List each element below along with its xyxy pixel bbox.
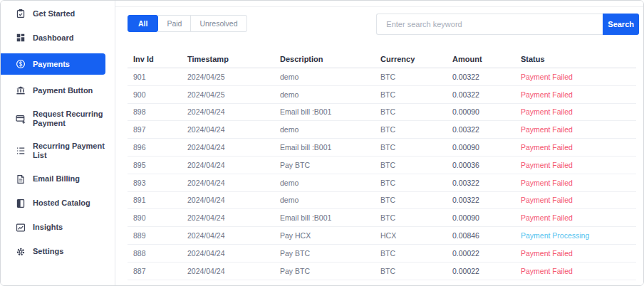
coin-dollar-icon — [16, 59, 26, 69]
cell-amount: 0.00090 — [447, 143, 515, 152]
table-row[interactable]: 8952024/04/24Pay BTCBTC0.00036Payment Fa… — [128, 157, 636, 174]
cell-currency: BTC — [375, 125, 447, 134]
cell-currency: BTC — [375, 90, 447, 99]
gear-icon — [16, 247, 26, 257]
sidebar-item-label: Payments — [33, 60, 70, 69]
cell-timestamp: 2024/04/24 — [182, 249, 274, 258]
table-row[interactable]: 9002024/04/25demoBTC0.00322Payment Faile… — [128, 86, 636, 104]
table-body: 9012024/04/25demoBTC0.00322Payment Faile… — [128, 68, 636, 280]
cell-inv-id: 897 — [128, 125, 182, 134]
table-row[interactable]: 8872024/04/24Pay BTCBTC0.00022Payment Fa… — [128, 263, 636, 280]
sidebar-item-label: Hosted Catalog — [33, 198, 90, 208]
cell-status: Payment Failed — [515, 161, 636, 169]
search-input[interactable] — [376, 14, 603, 35]
table-row[interactable]: 8932024/04/24demoBTC0.00322Payment Faile… — [128, 174, 636, 192]
payments-page: Get StartedDashboardPaymentsPayment Butt… — [0, 0, 644, 286]
sidebar-item-recurring-payment-list[interactable]: Recurring Payment List — [1, 138, 115, 163]
filter-tab-unresolved[interactable]: Unresolved — [191, 15, 246, 32]
filter-tab-all[interactable]: All — [128, 15, 158, 32]
cell-inv-id: 896 — [128, 143, 182, 152]
sidebar-item-label: Recurring Payment List — [33, 142, 109, 159]
sidebar-item-insights[interactable]: Insights — [1, 219, 115, 236]
cell-amount: 0.00846 — [447, 231, 515, 240]
main-content: AllPaidUnresolved Search Inv IdTimestamp… — [115, 1, 643, 285]
sidebar-item-payments[interactable]: Payments — [1, 53, 105, 75]
sidebar-item-hosted-catalog[interactable]: Hosted Catalog — [1, 195, 115, 212]
cell-currency: BTC — [375, 73, 447, 81]
table-row[interactable]: 8902024/04/24Email bill :B001BTC0.00090P… — [128, 209, 636, 227]
cell-inv-id: 889 — [128, 231, 182, 240]
cell-amount: 0.00022 — [447, 267, 515, 275]
cell-description: demo — [274, 125, 375, 134]
cell-inv-id: 901 — [128, 73, 182, 81]
cell-status: Payment Failed — [515, 73, 636, 81]
table-row[interactable]: 8912024/04/24demoBTC0.00322Payment Faile… — [128, 192, 636, 210]
cell-timestamp: 2024/04/24 — [182, 107, 274, 116]
column-header-timestamp: Timestamp — [182, 55, 274, 63]
cell-timestamp: 2024/04/24 — [182, 267, 274, 275]
sidebar-item-email-billing[interactable]: Email Billing — [1, 171, 115, 188]
cell-status: Payment Failed — [515, 179, 636, 187]
cell-status: Payment Failed — [515, 213, 636, 222]
clipboard-icon — [16, 9, 26, 18]
cell-currency: BTC — [375, 179, 447, 187]
column-header-status: Status — [515, 55, 636, 63]
cell-currency: BTC — [375, 143, 447, 152]
sidebar-item-label: Get Started — [33, 9, 75, 18]
cell-description: Pay BTC — [274, 161, 375, 169]
column-header-description: Description — [274, 55, 375, 63]
cell-amount: 0.00036 — [447, 161, 515, 169]
cell-inv-id: 888 — [128, 249, 182, 258]
cell-amount: 0.00022 — [447, 249, 515, 258]
cell-amount: 0.00322 — [447, 125, 515, 134]
cell-timestamp: 2024/04/25 — [182, 73, 274, 81]
sidebar-item-request-recurring-payment[interactable]: Request Recurring Payment — [1, 106, 115, 131]
table-row[interactable]: 9012024/04/25demoBTC0.00322Payment Faile… — [128, 68, 636, 86]
table-row[interactable]: 8892024/04/24Pay HCXHCX0.00846Payment Pr… — [128, 227, 636, 245]
cell-inv-id: 900 — [128, 90, 182, 99]
sidebar-item-label: Request Recurring Payment — [33, 110, 109, 127]
cell-amount: 0.00322 — [447, 90, 515, 99]
cell-timestamp: 2024/04/25 — [182, 90, 274, 99]
cell-status: Payment Failed — [515, 143, 636, 152]
cell-timestamp: 2024/04/24 — [182, 196, 274, 204]
table-row[interactable]: 8982024/04/24Email bill :B001BTC0.00090P… — [128, 104, 636, 122]
cell-currency: BTC — [375, 267, 447, 275]
column-header-currency: Currency — [375, 55, 447, 63]
table-row[interactable]: 8882024/04/24Pay BTCBTC0.00022Payment Fa… — [128, 245, 636, 263]
sidebar-nav: Get StartedDashboardPaymentsPayment Butt… — [1, 1, 115, 260]
cell-currency: BTC — [375, 161, 447, 169]
sidebar-item-label: Payment Button — [33, 86, 93, 95]
dashboard-icon — [16, 33, 26, 43]
cell-timestamp: 2024/04/24 — [182, 143, 274, 152]
sidebar-item-payment-button[interactable]: Payment Button — [1, 82, 115, 99]
cell-inv-id: 893 — [128, 179, 182, 187]
cell-currency: BTC — [375, 249, 447, 258]
sidebar-item-get-started[interactable]: Get Started — [1, 5, 115, 22]
filter-tab-paid[interactable]: Paid — [158, 15, 191, 32]
sidebar-item-dashboard[interactable]: Dashboard — [1, 29, 115, 46]
cell-timestamp: 2024/04/24 — [182, 125, 274, 134]
cell-currency: BTC — [375, 213, 447, 222]
table-row[interactable]: 8972024/04/24demoBTC0.00322Payment Faile… — [128, 121, 636, 139]
cell-status: Payment Failed — [515, 125, 636, 134]
column-header-amount: Amount — [447, 55, 515, 63]
cell-status: Payment Failed — [515, 90, 636, 99]
search-bar: Search — [376, 14, 639, 35]
cell-timestamp: 2024/04/24 — [182, 231, 274, 240]
search-button[interactable]: Search — [603, 14, 639, 35]
sidebar-item-settings[interactable]: Settings — [1, 243, 115, 260]
cell-amount: 0.00090 — [447, 213, 515, 222]
column-header-inv-id: Inv Id — [128, 55, 182, 63]
cell-inv-id: 895 — [128, 161, 182, 169]
cell-status: Payment Failed — [515, 249, 636, 258]
cell-description: Email bill :B001 — [274, 143, 375, 152]
top-divider — [115, 6, 643, 7]
cell-inv-id: 887 — [128, 267, 182, 275]
cell-status: Payment Processing — [515, 231, 636, 240]
cell-amount: 0.00322 — [447, 196, 515, 204]
cell-amount: 0.00322 — [447, 73, 515, 81]
table-row[interactable]: 8962024/04/24Email bill :B001BTC0.00090P… — [128, 139, 636, 157]
cell-description: demo — [274, 90, 375, 99]
cell-description: Email bill :B001 — [274, 107, 375, 116]
